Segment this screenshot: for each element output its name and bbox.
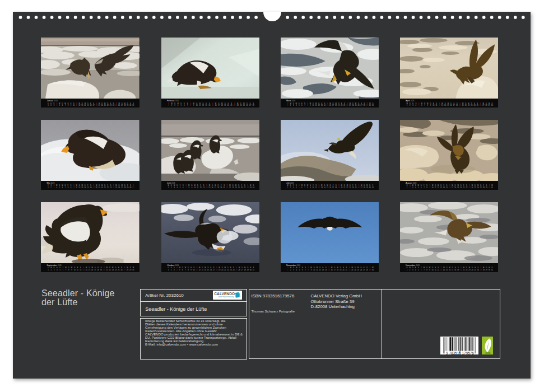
svg-text:eco: eco bbox=[485, 351, 491, 354]
svg-text:9 783516 179576: 9 783516 179576 bbox=[446, 351, 474, 354]
